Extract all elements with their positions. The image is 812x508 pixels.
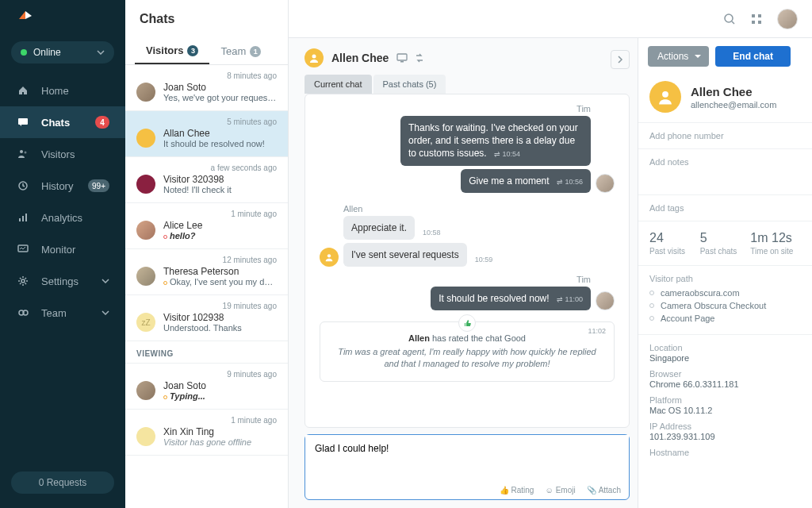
- message-sender: Tim: [576, 275, 615, 284]
- status-dot-icon: [163, 395, 167, 399]
- viewing-section-header: VIEWING: [125, 341, 288, 364]
- composer-toolbar: 👍 Rating ☺ Emoji 📎 Attach: [305, 483, 629, 499]
- nav-settings[interactable]: Settings: [0, 265, 125, 297]
- chat-item-name: Alice Lee: [163, 220, 277, 231]
- tab-team[interactable]: Team 1: [209, 38, 272, 64]
- svg-rect-6: [19, 218, 21, 221]
- analytics-icon: [16, 212, 30, 223]
- nav-chats[interactable]: Chats 4: [0, 106, 125, 138]
- search-icon[interactable]: [723, 13, 736, 25]
- rating-button[interactable]: 👍 Rating: [500, 486, 534, 495]
- chat-list-item[interactable]: 1 minute ago Alice Lee hello?: [125, 203, 288, 249]
- message-text: It should be resolved now!: [439, 293, 549, 304]
- actions-dropdown[interactable]: Actions: [648, 46, 709, 67]
- stat-item: 5Past chats: [700, 231, 751, 256]
- requests-button[interactable]: 0 Requests: [11, 471, 114, 494]
- requests-label: 0 Requests: [39, 477, 87, 488]
- svg-rect-16: [752, 21, 755, 24]
- sub-tab-past[interactable]: Past chats (5): [373, 75, 446, 94]
- notes-field[interactable]: Add notes: [638, 148, 812, 194]
- meta-value: 101.239.931.109: [649, 432, 801, 441]
- chat-item-time: 1 minute ago: [136, 416, 277, 425]
- message-text: Give me a moment: [469, 175, 549, 187]
- conversation-header: Allen Chee: [297, 46, 611, 70]
- svg-rect-19: [397, 54, 407, 60]
- path-bullet-icon: [649, 316, 654, 321]
- path-bullet-icon: [649, 303, 654, 308]
- status-label: Online: [33, 47, 61, 58]
- chat-item-time: 8 minutes ago: [136, 71, 277, 80]
- sub-tab-current[interactable]: Current chat: [304, 75, 372, 94]
- visitor-avatar-large: [649, 81, 681, 113]
- message-bubble: I've sent several requests: [343, 243, 467, 267]
- chat-list-item[interactable]: a few seconds ago Visitor 320398 Noted! …: [125, 157, 288, 203]
- thumbs-up-icon: [458, 314, 476, 332]
- chevron-down-icon: [97, 50, 105, 55]
- path-item[interactable]: cameraobscura.com: [649, 288, 801, 298]
- chat-list-item[interactable]: 12 minutes ago Theresa Peterson Okay, I'…: [125, 249, 288, 295]
- message-bubble: Thanks for waiting. I've checked on your…: [400, 116, 591, 166]
- svg-rect-8: [25, 214, 27, 221]
- chat-item-avatar: [136, 221, 155, 240]
- visitor-name: Allen Chee: [691, 85, 776, 98]
- chat-list-item[interactable]: 9 minutes ago Joan Soto Typing...: [125, 364, 288, 410]
- chat-item-time: 5 minutes ago: [136, 117, 277, 126]
- nav-badge: 4: [95, 116, 109, 129]
- attach-button[interactable]: 📎 Attach: [587, 486, 621, 495]
- topbar: [289, 0, 812, 38]
- composer-input[interactable]: [305, 435, 629, 483]
- chat-list[interactable]: 8 minutes ago Joan Soto Yes, we've got y…: [125, 65, 288, 508]
- rating-card: 11:02 Allen has rated the chat Good Tim …: [320, 321, 615, 382]
- message-bubble: Appreciate it.: [343, 216, 415, 240]
- agent-avatar: [596, 174, 615, 193]
- agent-avatar: [596, 291, 615, 310]
- logo[interactable]: [0, 0, 125, 38]
- chat-list-item[interactable]: 19 minutes ago zZ Visitor 102938 Underst…: [125, 295, 288, 341]
- message-list[interactable]: Tim Thanks for waiting. I've checked on …: [304, 94, 630, 428]
- chat-item-name: Xin Xin Ting: [163, 426, 277, 437]
- svg-point-10: [21, 279, 25, 283]
- main: Allen Chee Current chat Past chats (5): [289, 0, 812, 508]
- stat-value: 24: [649, 231, 700, 245]
- apps-icon[interactable]: [750, 13, 763, 25]
- nav-history[interactable]: History 99+: [0, 170, 125, 202]
- chat-list-title: Chats: [125, 0, 288, 38]
- tab-count: 3: [187, 45, 198, 56]
- nav-monitor[interactable]: Monitor: [0, 233, 125, 265]
- path-item[interactable]: Account Page: [649, 314, 801, 323]
- monitor-small-icon[interactable]: [396, 53, 408, 63]
- history-icon: [16, 180, 30, 191]
- nav-analytics[interactable]: Analytics: [0, 202, 125, 233]
- nav-label: Monitor: [41, 244, 75, 256]
- chat-item-name: Allan Chee: [163, 128, 277, 139]
- path-item[interactable]: Camera Obscura Checkout: [649, 301, 801, 310]
- presence-dot-icon: [21, 49, 27, 56]
- chat-item-preview: Noted! I'll check it: [163, 185, 277, 194]
- nav-label: Home: [41, 85, 69, 97]
- tab-visitors[interactable]: Visitors 3: [135, 38, 209, 64]
- emoji-button[interactable]: ☺ Emoji: [545, 486, 575, 495]
- stat-value: 1m 12s: [750, 231, 801, 245]
- transfer-icon[interactable]: [414, 53, 425, 63]
- tags-field[interactable]: Add tags: [638, 194, 812, 221]
- nav-team[interactable]: Team: [0, 297, 125, 329]
- chat-list-item[interactable]: 1 minute ago Xin Xin Ting Visitor has go…: [125, 410, 288, 456]
- user-avatar[interactable]: [777, 9, 798, 29]
- chat-item-preview: It should be resolved now!: [163, 139, 277, 148]
- status-selector[interactable]: Online: [11, 41, 114, 64]
- chat-list-item[interactable]: 5 minutes ago Allan Chee It should be re…: [125, 111, 288, 157]
- message-timestamp: ⇌ 11:00: [557, 295, 583, 303]
- monitor-icon: [16, 244, 30, 255]
- next-chat-button[interactable]: [611, 50, 630, 69]
- chat-item-time: 12 minutes ago: [136, 256, 277, 264]
- chat-item-avatar: [136, 83, 155, 102]
- chat-item-avatar: [136, 381, 155, 400]
- chat-item-time: 1 minute ago: [136, 210, 277, 218]
- nav-home[interactable]: Home: [0, 75, 125, 106]
- end-chat-button[interactable]: End chat: [715, 46, 791, 67]
- rating-timestamp: 11:02: [588, 327, 606, 335]
- chat-list-item[interactable]: 8 minutes ago Joan Soto Yes, we've got y…: [125, 65, 288, 111]
- phone-field[interactable]: Add phone number: [638, 122, 812, 148]
- nav-visitors[interactable]: Visitors: [0, 138, 125, 170]
- stat-label: Past visits: [649, 247, 700, 256]
